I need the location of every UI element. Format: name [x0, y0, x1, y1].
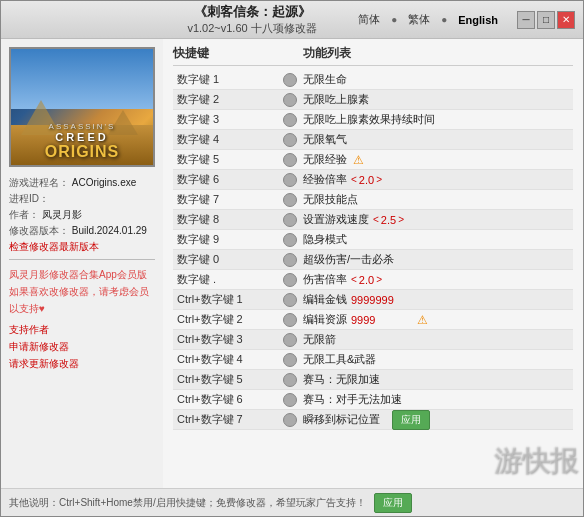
key-cell: 数字键 0	[173, 252, 283, 267]
author-value: 凤灵月影	[42, 209, 82, 220]
indicator-dot[interactable]	[283, 113, 297, 127]
table-row: 数字键 .伤害倍率< 2.0 >	[173, 270, 573, 290]
indicator-dot[interactable]	[283, 313, 297, 327]
key-cell: Ctrl+数字键 5	[173, 372, 283, 387]
col-header-func: 功能列表	[283, 45, 573, 62]
indicator-dot[interactable]	[283, 213, 297, 227]
func-label: 超级伤害/一击必杀	[303, 252, 394, 267]
minimize-button[interactable]: ─	[517, 11, 535, 29]
lang-controls: 简体 ● 繁体 ● English ─ □ ✕	[355, 11, 575, 29]
lang-btn-english[interactable]: English	[455, 13, 501, 27]
left-info: 游戏进程名： ACOrigins.exe 进程ID： 作者： 凤灵月影 修改器版…	[9, 175, 155, 255]
key-cell: 数字键 8	[173, 212, 283, 227]
indicator-dot[interactable]	[283, 333, 297, 347]
table-row: 数字键 7无限技能点	[173, 190, 573, 210]
indicator-dot[interactable]	[283, 153, 297, 167]
func-label: 隐身模式	[303, 232, 347, 247]
value-display: < 2.0 >	[351, 274, 382, 286]
table-row: 数字键 5无限经验⚠	[173, 150, 573, 170]
process-name-row: 游戏进程名： ACOrigins.exe	[9, 175, 155, 191]
indicator-dot[interactable]	[283, 353, 297, 367]
main-title: 《刺客信条：起源》	[149, 4, 355, 21]
indicator-dot[interactable]	[283, 233, 297, 247]
support-author-link[interactable]: 支持作者	[9, 321, 155, 338]
indicator-dot[interactable]	[283, 93, 297, 107]
indicator-dot[interactable]	[283, 173, 297, 187]
logo-assassins: ASSASSIN'S	[45, 122, 120, 131]
sub-title: v1.02~v1.60 十八项修改器	[149, 21, 355, 35]
request-update-link[interactable]: 请求更新修改器	[9, 355, 155, 372]
right-panel: 快捷键 功能列表 数字键 1无限生命数字键 2无限吃上腺素数字键 3无限吃上腺素…	[163, 39, 583, 488]
table-row: Ctrl+数字键 4无限工具&武器	[173, 350, 573, 370]
indicator-dot[interactable]	[283, 273, 297, 287]
func-cell: 设置游戏速度< 2.5 >	[303, 212, 573, 227]
indicator-dot[interactable]	[283, 253, 297, 267]
check-update-link[interactable]: 检查修改器最新版本	[9, 239, 155, 255]
key-cell: 数字键 9	[173, 232, 283, 247]
func-cell: 超级伤害/一击必杀	[303, 252, 573, 267]
value-display: < 2.0 >	[351, 174, 382, 186]
author-label: 作者：	[9, 209, 39, 220]
indicator-dot[interactable]	[283, 73, 297, 87]
indicator-dot[interactable]	[283, 293, 297, 307]
table-row: 数字键 9隐身模式	[173, 230, 573, 250]
arrow-left[interactable]: <	[351, 174, 357, 185]
left-panel: ASSASSIN'S CREED ORIGINS 游戏进程名： ACOrigin…	[1, 39, 163, 488]
indicator-dot[interactable]	[283, 193, 297, 207]
win-controls: ─ □ ✕	[517, 11, 575, 29]
table-row: Ctrl+数字键 7瞬移到标记位置应用	[173, 410, 573, 430]
func-cell: 无限箭	[303, 332, 573, 347]
func-label: 编辑资源	[303, 312, 347, 327]
arrow-left[interactable]: <	[373, 214, 379, 225]
func-label: 无限工具&武器	[303, 352, 376, 367]
version-row: 修改器版本： Build.2024.01.29	[9, 223, 155, 239]
process-name-label: 游戏进程名：	[9, 177, 69, 188]
row-apply-button[interactable]: 应用	[392, 410, 430, 430]
game-logo: ASSASSIN'S CREED ORIGINS	[45, 122, 120, 161]
func-cell: 瞬移到标记位置应用	[303, 410, 573, 430]
arrow-right[interactable]: >	[398, 214, 404, 225]
indicator-dot[interactable]	[283, 393, 297, 407]
logo-origins: ORIGINS	[45, 143, 120, 161]
func-cell: 隐身模式	[303, 232, 573, 247]
logo-creed: CREED	[45, 131, 120, 143]
arrow-right[interactable]: >	[376, 174, 382, 185]
request-trainer-link[interactable]: 申请新修改器	[9, 338, 155, 355]
warning-icon: ⚠	[353, 153, 364, 167]
indicator-dot[interactable]	[283, 373, 297, 387]
lang-btn-simplified[interactable]: 简体	[355, 11, 383, 28]
input-value[interactable]: 9999	[351, 314, 411, 326]
func-cell: 无限生命	[303, 72, 573, 87]
val-num: 2.0	[359, 174, 374, 186]
func-label: 伤害倍率	[303, 272, 347, 287]
divider-1	[9, 259, 155, 260]
value-display: < 2.5 >	[373, 214, 404, 226]
maximize-button[interactable]: □	[537, 11, 555, 29]
key-cell: 数字键 2	[173, 92, 283, 107]
func-cell: 无限吃上腺素效果持续时间	[303, 112, 573, 127]
indicator-dot[interactable]	[283, 413, 297, 427]
main-content: ASSASSIN'S CREED ORIGINS 游戏进程名： ACOrigin…	[1, 39, 583, 488]
main-window: 《刺客信条：起源》 v1.02~v1.60 十八项修改器 简体 ● 繁体 ● E…	[0, 0, 584, 517]
arrow-left[interactable]: <	[351, 274, 357, 285]
func-cell: 无限经验⚠	[303, 152, 573, 167]
warning-icon: ⚠	[417, 313, 428, 327]
close-button[interactable]: ✕	[557, 11, 575, 29]
func-label: 赛马：无限加速	[303, 372, 380, 387]
func-label: 无限箭	[303, 332, 336, 347]
input-value[interactable]: 9999999	[351, 294, 411, 306]
indicator-dot[interactable]	[283, 133, 297, 147]
func-cell: 无限技能点	[303, 192, 573, 207]
vip-desc: 如果喜欢改修改器，请考虑会员以支持♥	[9, 283, 155, 317]
arrow-right[interactable]: >	[376, 274, 382, 285]
lang-btn-traditional[interactable]: 繁体	[405, 11, 433, 28]
func-label: 无限吃上腺素效果持续时间	[303, 112, 435, 127]
apply-button[interactable]: 应用	[374, 493, 412, 513]
key-cell: Ctrl+数字键 2	[173, 312, 283, 327]
key-cell: Ctrl+数字键 1	[173, 292, 283, 307]
val-num: 2.0	[359, 274, 374, 286]
key-cell: 数字键 1	[173, 72, 283, 87]
vip-link[interactable]: 凤灵月影修改器合集App会员版	[9, 266, 155, 283]
func-cell: 编辑资源9999⚠	[303, 312, 573, 327]
key-cell: 数字键 4	[173, 132, 283, 147]
